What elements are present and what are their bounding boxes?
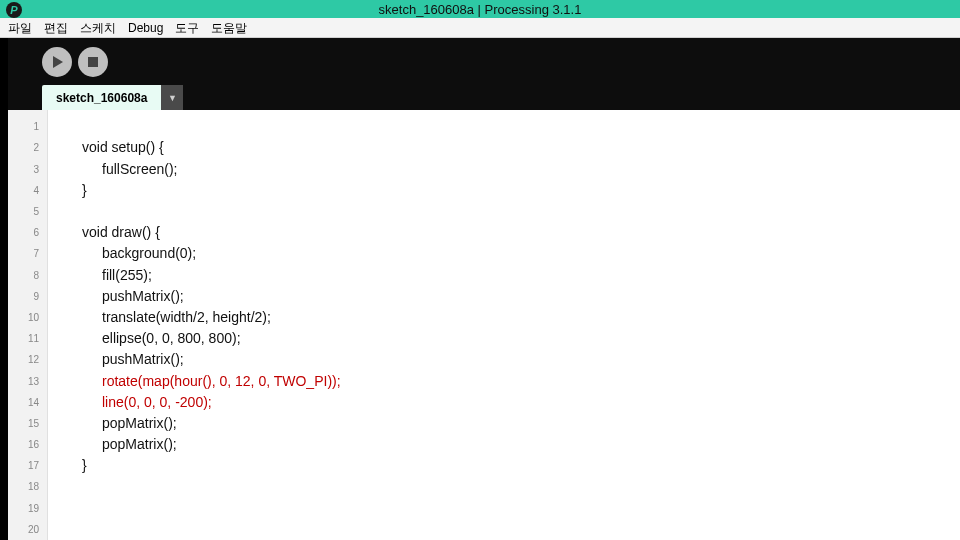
code-line[interactable]: } [66, 180, 960, 201]
code-editor[interactable]: 1234567891011121314151617181920 void set… [8, 110, 960, 540]
line-number: 2 [8, 137, 47, 158]
line-number: 17 [8, 455, 47, 476]
tab-sketch[interactable]: sketch_160608a [42, 85, 161, 110]
code-line[interactable] [66, 498, 960, 519]
stop-icon [87, 56, 99, 68]
app-logo-icon: P [6, 2, 22, 18]
menu-file[interactable]: 파일 [2, 18, 38, 38]
tab-dropdown[interactable]: ▼ [161, 85, 183, 110]
line-number: 19 [8, 498, 47, 519]
tab-bar: sketch_160608a ▼ [8, 85, 960, 110]
line-number: 13 [8, 371, 47, 392]
app-body: sketch_160608a ▼ 12345678910111213141516… [0, 38, 960, 540]
app-window: P sketch_160608a | Processing 3.1.1 파일 편… [0, 0, 960, 540]
line-number: 14 [8, 392, 47, 413]
line-number: 8 [8, 265, 47, 286]
line-number: 16 [8, 434, 47, 455]
code-area[interactable]: void setup() {fullScreen();}void draw() … [48, 110, 960, 540]
menu-debug[interactable]: Debug [122, 18, 169, 38]
menu-tools[interactable]: 도구 [169, 18, 205, 38]
code-line[interactable]: pushMatrix(); [66, 349, 960, 370]
menu-bar: 파일 편집 스케치 Debug 도구 도움말 [0, 18, 960, 38]
code-line[interactable]: line(0, 0, 0, -200); [66, 392, 960, 413]
code-line[interactable]: translate(width/2, height/2); [66, 307, 960, 328]
menu-sketch[interactable]: 스케치 [74, 18, 122, 38]
line-number: 9 [8, 286, 47, 307]
line-number: 10 [8, 307, 47, 328]
line-number: 4 [8, 180, 47, 201]
code-line[interactable] [66, 476, 960, 497]
line-number: 1 [8, 116, 47, 137]
chevron-down-icon: ▼ [168, 93, 177, 103]
code-line[interactable]: popMatrix(); [66, 434, 960, 455]
line-number: 12 [8, 349, 47, 370]
svg-marker-0 [53, 56, 63, 68]
code-line[interactable]: void draw() { [66, 222, 960, 243]
line-number: 15 [8, 413, 47, 434]
menu-help[interactable]: 도움말 [205, 18, 253, 38]
code-line[interactable]: background(0); [66, 243, 960, 264]
code-line[interactable]: popMatrix(); [66, 413, 960, 434]
toolbar [8, 38, 960, 85]
code-line[interactable]: fullScreen(); [66, 159, 960, 180]
line-number: 11 [8, 328, 47, 349]
line-number: 7 [8, 243, 47, 264]
code-line[interactable]: rotate(map(hour(), 0, 12, 0, TWO_PI)); [66, 371, 960, 392]
svg-rect-1 [88, 57, 98, 67]
menu-edit[interactable]: 편집 [38, 18, 74, 38]
code-line[interactable]: } [66, 455, 960, 476]
code-line[interactable]: void setup() { [66, 137, 960, 158]
window-title: sketch_160608a | Processing 3.1.1 [379, 2, 582, 17]
line-number: 20 [8, 519, 47, 540]
title-bar: P sketch_160608a | Processing 3.1.1 [0, 0, 960, 18]
code-line[interactable] [66, 519, 960, 540]
line-number: 3 [8, 159, 47, 180]
code-line[interactable] [66, 201, 960, 222]
play-icon [50, 55, 64, 69]
code-line[interactable]: ellipse(0, 0, 800, 800); [66, 328, 960, 349]
line-number: 18 [8, 476, 47, 497]
line-number: 5 [8, 201, 47, 222]
line-number: 6 [8, 222, 47, 243]
left-rail [0, 38, 8, 540]
run-button[interactable] [42, 47, 72, 77]
code-line[interactable]: pushMatrix(); [66, 286, 960, 307]
code-line[interactable]: fill(255); [66, 265, 960, 286]
line-number-gutter: 1234567891011121314151617181920 [8, 110, 48, 540]
code-line[interactable] [66, 116, 960, 137]
main-panel: sketch_160608a ▼ 12345678910111213141516… [8, 38, 960, 540]
stop-button[interactable] [78, 47, 108, 77]
